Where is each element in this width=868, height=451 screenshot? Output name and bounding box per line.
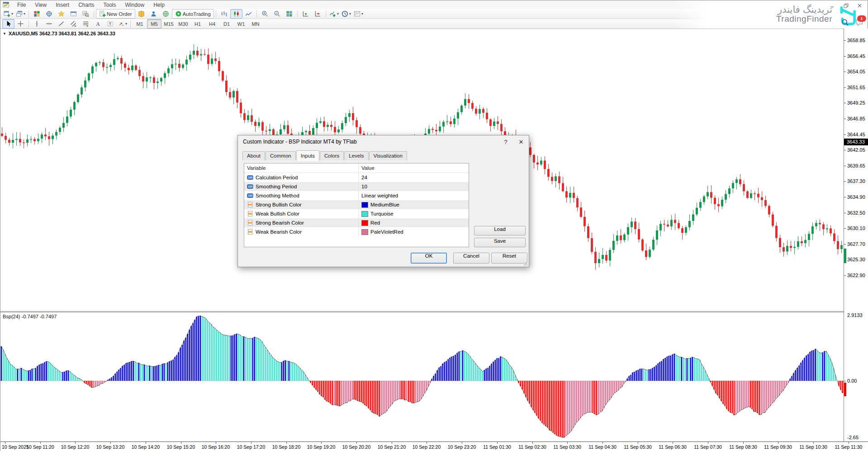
fibonacci-button[interactable]: F [80, 19, 92, 29]
menu-help[interactable]: Help [149, 1, 169, 9]
timeframe-m15-button[interactable]: M15 [161, 19, 176, 29]
crosshair-button[interactable] [14, 19, 27, 29]
value-cell[interactable]: 24 [358, 173, 469, 182]
profiles-button[interactable]: ▾ [14, 9, 27, 19]
timeframe-m5-button[interactable]: M5 [147, 19, 161, 29]
text-label-button[interactable]: T [104, 19, 116, 29]
value-cell[interactable]: Red [358, 218, 469, 227]
experts-button[interactable] [147, 9, 160, 19]
news-button[interactable] [160, 9, 172, 19]
table-row[interactable]: Weak Bearish ColorPaleVioletRed [244, 227, 469, 236]
timeframe-m1-button[interactable]: M1 [133, 19, 147, 29]
tab-visualization[interactable]: Visualization [369, 151, 407, 160]
price-scale[interactable]: 3658.853656.453654.053651.653649.253646.… [844, 29, 868, 441]
trendline-icon [58, 20, 65, 27]
autotrading-button[interactable]: AutoTrading [172, 9, 214, 19]
cursor-button[interactable] [2, 19, 14, 29]
value-cell[interactable]: Linear weighted [358, 191, 469, 200]
menu-view[interactable]: View [30, 1, 51, 9]
table-row[interactable]: 123Smoothing MethodLinear weighted [244, 191, 469, 200]
chart-shift-button[interactable] [312, 9, 324, 19]
svg-text:123: 123 [248, 185, 252, 188]
chat-icon[interactable]: 1 [855, 19, 863, 28]
auto-scroll-button[interactable] [299, 9, 312, 19]
market-watch-button[interactable] [31, 9, 43, 19]
arrows-icon [118, 20, 124, 27]
new-order-button[interactable]: New Order [96, 9, 135, 19]
tab-levels[interactable]: Levels [344, 151, 368, 160]
price-tick-label: 3642.05 [847, 147, 865, 153]
templates-button[interactable]: ▾ [352, 9, 365, 19]
indicators-icon [329, 10, 336, 17]
menu-file[interactable]: File [13, 1, 30, 9]
time-tick [813, 442, 814, 444]
table-row[interactable]: Strong Bullish ColorMediumBlue [244, 200, 469, 209]
zoom-in-button[interactable] [259, 9, 271, 19]
vertical-line-button[interactable] [31, 19, 43, 29]
strategy-tester-button[interactable] [80, 9, 92, 19]
search-icon[interactable] [841, 19, 849, 28]
tab-colors[interactable]: Colors [320, 151, 344, 160]
navigator-button[interactable] [55, 9, 67, 19]
table-row[interactable]: Strong Bearish ColorRed [244, 218, 469, 227]
arrows-button[interactable]: ▾ [116, 19, 128, 29]
timeframe-m30-button[interactable]: M30 [176, 19, 190, 29]
table-row[interactable]: 123Smoothing Period10 [244, 182, 469, 191]
value-cell[interactable]: MediumBlue [358, 200, 469, 209]
collapse-ohlc-arrow[interactable]: ▼ [3, 32, 6, 36]
tile-windows-button[interactable] [283, 9, 295, 19]
dialog-title-bar[interactable]: Custom Indicator - BSP Indicator MT4 by … [238, 135, 529, 148]
resize-grip[interactable] [523, 261, 528, 266]
channel-button[interactable]: E [67, 19, 80, 29]
line-chart-button[interactable] [242, 9, 255, 19]
indicator-value-label: Bsp(24) -0.7497 -0.7497 [3, 314, 57, 319]
time-tick-label: 10 Sep 13:20 [96, 444, 124, 450]
terminal-button[interactable] [67, 9, 80, 19]
load-button[interactable]: Load [474, 226, 526, 235]
menu-window[interactable]: Window [121, 1, 149, 9]
indicators-button[interactable]: ▾ [328, 9, 340, 19]
timeframe-w1-button[interactable]: W1 [234, 19, 248, 29]
menu-tools[interactable]: Tools [99, 1, 121, 9]
autotrading-icon [175, 10, 182, 17]
zoom-out-button[interactable] [271, 9, 283, 19]
table-row[interactable]: Weak Bullish ColorTurquoise [244, 209, 469, 218]
data-window-button[interactable] [43, 9, 55, 19]
timeframe-h1-button[interactable]: H1 [190, 19, 205, 29]
menu-insert[interactable]: Insert [51, 1, 74, 9]
time-tick-label: 11 Sep 06:30 [659, 444, 687, 450]
ok-button[interactable]: OK [411, 253, 447, 264]
cancel-button[interactable]: Cancel [453, 253, 489, 264]
tab-inputs[interactable]: Inputs [296, 150, 319, 161]
value-cell[interactable]: Turquoise [358, 209, 469, 218]
value-cell[interactable]: 10 [358, 182, 469, 191]
menu-charts[interactable]: Charts [74, 1, 99, 9]
tab-about[interactable]: About [242, 151, 265, 160]
bsp-histogram[interactable]: Bsp(24) -0.7497 -0.7497 [0, 312, 844, 441]
time-axis[interactable]: 10 Sep 202510 Sep 11:2010 Sep 12:2010 Se… [0, 441, 868, 451]
new-chart-button[interactable]: ▾ [2, 9, 14, 19]
save-button[interactable]: Save [474, 238, 526, 247]
periods-button[interactable]: ▾ [340, 9, 352, 19]
bar-chart-button[interactable] [218, 9, 230, 19]
trendline-button[interactable] [55, 19, 67, 29]
channel-icon: E [70, 20, 77, 27]
value-cell[interactable]: PaleVioletRed [358, 227, 469, 236]
timeframe-mn-button[interactable]: MN [248, 19, 263, 29]
dialog-help-button[interactable]: ? [498, 137, 513, 147]
text-button[interactable]: A [92, 19, 104, 29]
horizontal-line-button[interactable] [43, 19, 55, 29]
metaeditor-button[interactable] [135, 9, 147, 19]
candle-chart-button[interactable] [230, 9, 242, 19]
time-tick-label: 10 Sep 11:20 [26, 444, 54, 450]
color-swatch [361, 229, 368, 235]
time-tick-label: 11 Sep 02:30 [518, 444, 546, 450]
timeframe-h4-button[interactable]: H4 [205, 19, 219, 29]
tab-common[interactable]: Common [266, 151, 296, 160]
time-tick-label: 11 Sep 01:30 [483, 444, 511, 450]
dialog-close-button[interactable]: ✕ [513, 137, 529, 147]
reset-button[interactable]: Reset [491, 253, 527, 264]
table-row[interactable]: 123Calculation Period24 [244, 173, 469, 182]
timeframe-d1-button[interactable]: D1 [219, 19, 234, 29]
auto-scroll-icon [302, 10, 309, 17]
